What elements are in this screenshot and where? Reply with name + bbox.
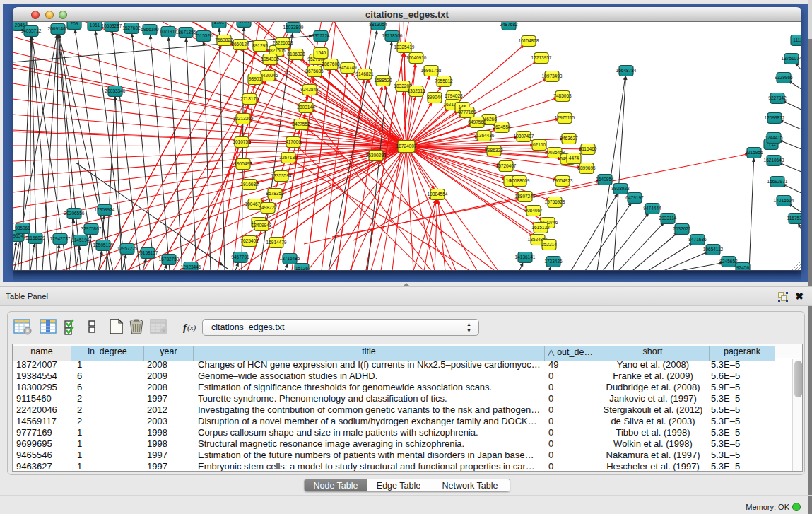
svg-text:(x): (x)	[187, 323, 196, 332]
